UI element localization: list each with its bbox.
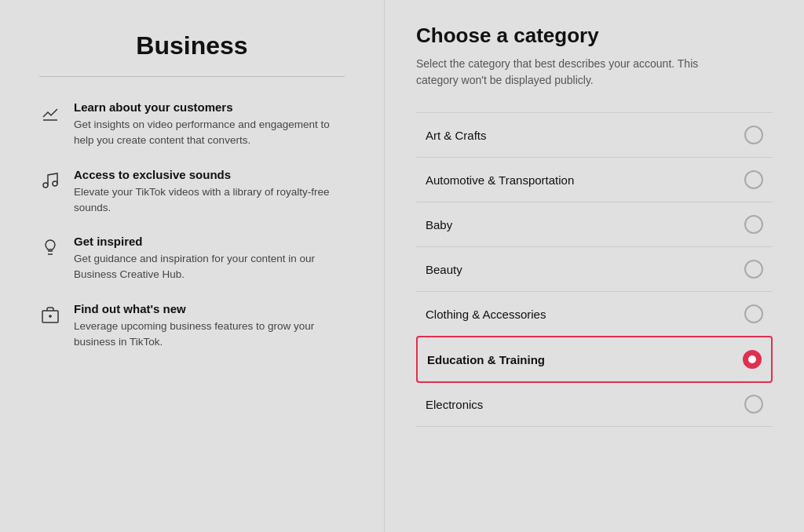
category-item-electronics[interactable]: Electronics (416, 382, 773, 427)
category-label-baby: Baby (426, 218, 452, 231)
svg-point-2 (53, 181, 57, 186)
radio-automotive[interactable] (744, 170, 763, 189)
category-list: Art & CraftsAutomotive & TransportationB… (416, 112, 773, 427)
category-item-education[interactable]: Education & Training (416, 336, 773, 383)
find-out-new-text: Find out what's new Leverage upcoming bu… (74, 302, 345, 351)
learn-customers-text: Learn about your customers Get insights … (74, 100, 345, 149)
lightbulb-icon (39, 236, 61, 258)
find-out-new-description: Leverage upcoming business features to g… (74, 319, 345, 351)
get-inspired-text: Get inspired Get guidance and inspiratio… (74, 235, 345, 283)
feature-list: Learn about your customers Get insights … (39, 100, 345, 350)
store-icon (39, 304, 61, 326)
category-label-art-crafts: Art & Crafts (426, 129, 487, 142)
feature-exclusive-sounds: Access to exclusive sounds Elevate your … (39, 168, 345, 217)
category-item-baby[interactable]: Baby (416, 202, 773, 247)
svg-point-1 (43, 183, 48, 188)
choose-category-title: Choose a category (416, 24, 773, 48)
radio-clothing[interactable] (744, 304, 763, 323)
music-icon (39, 169, 61, 191)
page-title: Business (39, 31, 345, 60)
feature-get-inspired: Get inspired Get guidance and inspiratio… (39, 235, 345, 283)
radio-electronics[interactable] (744, 395, 763, 414)
right-panel: Choose a category Select the category th… (385, 0, 804, 532)
chart-icon (39, 102, 61, 124)
radio-beauty[interactable] (744, 260, 763, 279)
category-label-beauty: Beauty (426, 263, 462, 276)
category-item-automotive[interactable]: Automotive & Transportation (416, 158, 773, 202)
learn-customers-heading: Learn about your customers (74, 100, 345, 114)
radio-baby[interactable] (744, 215, 763, 234)
radio-art-crafts[interactable] (744, 126, 763, 144)
category-item-clothing[interactable]: Clothing & Accessories (416, 292, 773, 337)
get-inspired-description: Get guidance and inspiration for your co… (74, 251, 345, 283)
get-inspired-heading: Get inspired (74, 235, 345, 248)
feature-learn-customers: Learn about your customers Get insights … (39, 100, 345, 149)
category-item-art-crafts[interactable]: Art & Crafts (416, 112, 773, 158)
category-label-education: Education & Training (427, 353, 545, 366)
divider (39, 76, 345, 77)
feature-find-out-new: Find out what's new Leverage upcoming bu… (39, 302, 345, 351)
category-label-electronics: Electronics (426, 398, 483, 411)
left-panel: Business Learn about your customers Get … (0, 0, 385, 532)
exclusive-sounds-heading: Access to exclusive sounds (74, 168, 345, 181)
exclusive-sounds-text: Access to exclusive sounds Elevate your … (74, 168, 345, 217)
radio-education[interactable] (743, 350, 762, 369)
category-item-beauty[interactable]: Beauty (416, 247, 773, 292)
learn-customers-description: Get insights on video performance and en… (74, 117, 345, 149)
find-out-new-heading: Find out what's new (74, 302, 345, 315)
choose-category-subtitle: Select the category that best describes … (416, 56, 699, 89)
exclusive-sounds-description: Elevate your TikTok videos with a librar… (74, 184, 345, 217)
category-label-clothing: Clothing & Accessories (426, 308, 546, 321)
category-label-automotive: Automotive & Transportation (426, 173, 574, 187)
